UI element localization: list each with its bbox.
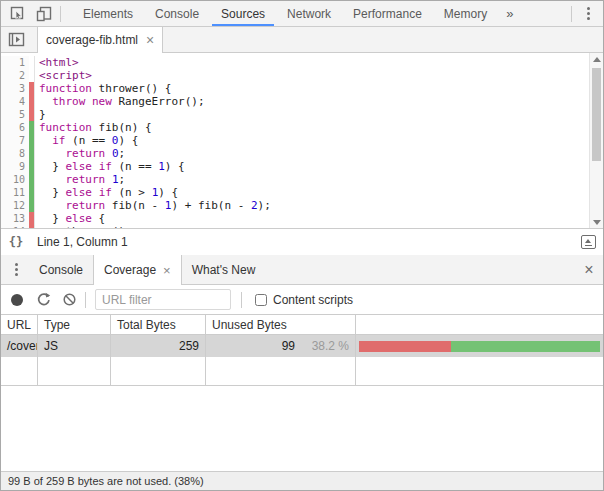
coverage-toolbar-separator2	[241, 292, 242, 308]
coverage-grid-filler	[1, 357, 603, 386]
code-text: } else {	[37, 212, 105, 225]
column-header-url[interactable]: URL	[1, 315, 38, 334]
coverage-summary: 99 B of 259 B bytes are not used. (38%)	[1, 471, 603, 490]
inspect-element-icon[interactable]	[5, 2, 31, 26]
code-text: <script>	[37, 69, 92, 82]
file-tab-close-icon[interactable]: ×	[146, 33, 154, 47]
code-line[interactable]: 11 } else if (n > 1) {	[1, 186, 603, 199]
code-line[interactable]: 7 if (n == 0) {	[1, 134, 603, 147]
url-filter-input[interactable]	[95, 289, 231, 310]
column-header-bar[interactable]	[356, 315, 603, 334]
code-line[interactable]: 12 return fib(n - 1) + fib(n - 2);	[1, 199, 603, 212]
code-editor-lines: 1<html>2<script>3function thrower() {4 t…	[1, 53, 603, 228]
code-text: return 1;	[37, 173, 125, 186]
line-number: 5	[1, 108, 29, 121]
toolbar-separator-right	[571, 6, 572, 22]
scroll-up-arrow-icon[interactable]	[590, 53, 603, 65]
panel-tab-console[interactable]: Console	[144, 1, 210, 26]
drawer-tab-close-icon[interactable]: ×	[163, 264, 171, 277]
code-text: function fib(n) {	[37, 121, 152, 134]
braces-glyph: {}	[9, 235, 23, 249]
expand-drawer-icon[interactable]	[575, 230, 601, 254]
line-number: 13	[1, 212, 29, 225]
code-line[interactable]: 5}	[1, 108, 603, 121]
column-header-unused-bytes[interactable]: Unused Bytes	[206, 315, 356, 334]
scroll-down-arrow-icon[interactable]	[590, 216, 603, 228]
code-line[interactable]: 4 throw new RangeError();	[1, 95, 603, 108]
code-line[interactable]: 9 } else if (n == 1) {	[1, 160, 603, 173]
drawer-tab-label: What's New	[192, 263, 256, 277]
drawer-tab-label: Console	[39, 263, 83, 277]
column-header-total-bytes[interactable]: Total Bytes	[111, 315, 206, 334]
panel-tab-memory[interactable]: Memory	[433, 1, 498, 26]
filler-cell	[111, 357, 206, 385]
block-icon	[62, 292, 77, 307]
code-line[interactable]: 8 return 0;	[1, 147, 603, 160]
code-line[interactable]: 6function fib(n) {	[1, 121, 603, 134]
triangle-up	[593, 57, 601, 62]
code-text: thrower();	[37, 225, 132, 228]
cursor-position-label: Line 1, Column 1	[37, 235, 128, 249]
line-number: 11	[1, 186, 29, 199]
code-text: } else if (n > 1) {	[37, 186, 178, 199]
sources-file-tabbar: coverage-fib.html ×	[1, 27, 603, 53]
code-text: return fib(n - 1) + fib(n - 2);	[37, 199, 271, 212]
content-scripts-checkbox[interactable]	[255, 294, 267, 306]
line-number: 8	[1, 147, 29, 160]
line-number: 2	[1, 69, 29, 82]
kebab-dots	[587, 7, 590, 20]
code-text: throw new RangeError();	[37, 95, 205, 108]
code-line[interactable]: 2<script>	[1, 69, 603, 82]
drawer-menu-kebab-icon[interactable]	[3, 258, 29, 282]
unused-bytes-value: 99	[282, 339, 295, 353]
reload-button[interactable]	[30, 288, 56, 312]
cell-url: /coverage-fib.html	[1, 335, 38, 357]
reload-icon	[36, 292, 51, 307]
more-panels-chevron-icon[interactable]: »	[498, 6, 521, 21]
coverage-summary-text: 99 B of 259 B bytes are not used. (38%)	[8, 475, 204, 487]
pretty-print-icon[interactable]: {}	[3, 230, 29, 254]
code-line[interactable]: 10 return 1;	[1, 173, 603, 186]
cell-type: JS	[38, 335, 111, 357]
clear-button[interactable]	[56, 288, 82, 312]
coverage-toolbar-separator	[85, 292, 86, 308]
code-text: <html>	[37, 56, 79, 69]
panel-tab-network[interactable]: Network	[276, 1, 342, 26]
code-editor[interactable]: 1<html>2<script>3function thrower() {4 t…	[1, 53, 603, 228]
cell-total-bytes: 259	[111, 335, 206, 357]
inspect-element-glyph	[10, 6, 26, 22]
code-line[interactable]: 14 thrower();	[1, 225, 603, 228]
code-text: return 0;	[37, 147, 125, 160]
line-number: 3	[1, 82, 29, 95]
code-line[interactable]: 13 } else {	[1, 212, 603, 225]
editor-vertical-scrollbar[interactable]	[589, 53, 603, 228]
panel-tab-sources[interactable]: Sources	[210, 1, 276, 26]
cell-unused-bytes: 9938.2 %	[206, 335, 356, 357]
file-tab-coverage-fib[interactable]: coverage-fib.html ×	[37, 27, 163, 53]
panel-tab-elements[interactable]: Elements	[72, 1, 144, 26]
devtools-menu-kebab-icon[interactable]	[575, 2, 601, 26]
code-line[interactable]: 3function thrower() {	[1, 82, 603, 95]
line-number: 6	[1, 121, 29, 134]
drawer-tab-label: Coverage	[104, 263, 156, 277]
drawer-tab-what-s-new[interactable]: What's New	[182, 255, 266, 284]
coverage-row[interactable]: /coverage-fib.htmlJS2599938.2 %	[1, 335, 603, 357]
panel-tab-performance[interactable]: Performance	[342, 1, 433, 26]
triangle-down	[593, 220, 601, 225]
drawer-tab-coverage[interactable]: Coverage×	[93, 255, 182, 285]
line-number: 12	[1, 199, 29, 212]
content-scripts-label: Content scripts	[273, 293, 353, 307]
usage-bar	[359, 341, 600, 352]
line-number: 14	[1, 225, 29, 228]
code-line[interactable]: 1<html>	[1, 56, 603, 69]
drawer-close-icon[interactable]: ×	[575, 255, 603, 284]
show-navigator-icon[interactable]	[3, 28, 29, 52]
unused-bar-segment	[359, 341, 451, 352]
coverage-grid-rows: /coverage-fib.htmlJS2599938.2 %	[1, 335, 603, 357]
device-toolbar-icon[interactable]	[31, 2, 57, 26]
record-coverage-button[interactable]	[4, 288, 30, 312]
scrollbar-thumb[interactable]	[592, 68, 601, 161]
line-number: 7	[1, 134, 29, 147]
drawer-tab-console[interactable]: Console	[29, 255, 93, 284]
column-header-type[interactable]: Type	[38, 315, 111, 334]
